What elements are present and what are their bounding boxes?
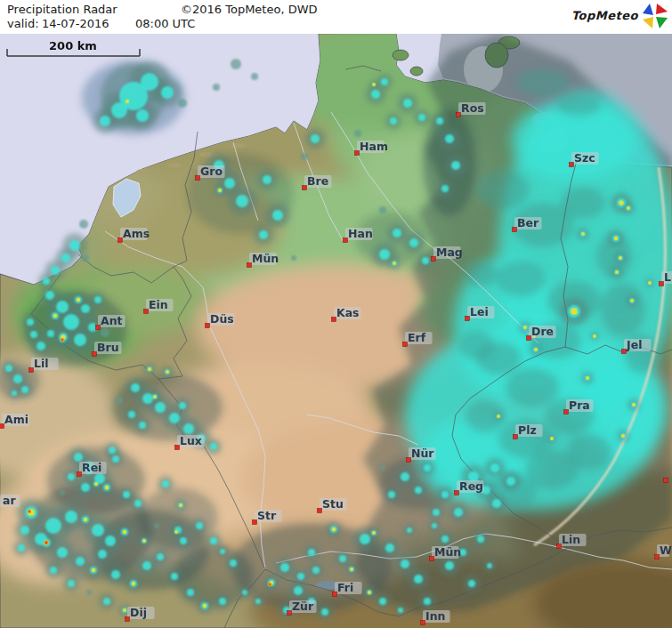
city-marker: [118, 238, 123, 243]
city-name: Kas: [336, 306, 360, 319]
city-marker: [514, 435, 518, 439]
city-label-mn-30: Mün: [430, 545, 462, 561]
city-name: Ros: [461, 101, 484, 115]
city-marker: [466, 317, 470, 321]
precipitation-radar-app: { "header": { "title": "Precipitation Ra…: [0, 0, 672, 628]
city-marker: [77, 472, 82, 477]
island: [410, 67, 423, 76]
city-marker: [430, 557, 434, 561]
city-label-inn-34: Inn: [421, 609, 450, 625]
copyright-text: ©2016 TopMeteo, DWD: [181, 3, 318, 16]
city-name: Reg: [459, 479, 483, 493]
city-name: Jel: [626, 338, 642, 351]
city-marker: [175, 446, 180, 450]
city-label-ami-22: Ami: [0, 413, 29, 429]
city-name: W: [660, 543, 672, 557]
city-marker: [0, 424, 4, 429]
city-label-stu-28: Stu: [318, 497, 347, 513]
city-name: Lei: [470, 305, 489, 318]
header: Precipitation Radar ©2016 TopMeteo, DWD …: [0, 0, 672, 34]
cell-red-core: [45, 542, 48, 544]
city-label-plz-21: Plz: [514, 423, 543, 439]
city-label-ham-1: Ham: [355, 140, 388, 156]
frisian-island: [136, 169, 149, 174]
valid-time: 08:00 UTC: [135, 17, 195, 30]
city-marker: [655, 555, 660, 560]
city-marker: [432, 257, 436, 262]
city-marker: [564, 410, 569, 415]
radar-map-container: 200 kmRosHamGroBreAmsHanMünMagBerSzcEinD…: [0, 34, 672, 628]
topmeteo-pinwheel-icon: [642, 3, 668, 29]
city-marker: [527, 336, 531, 341]
page-title: Precipitation Radar: [7, 3, 117, 16]
city-name: Ant: [101, 314, 123, 327]
city-name: Szc: [574, 151, 595, 165]
city-label-erf-17: Erf: [403, 331, 433, 347]
city-marker: [660, 282, 664, 286]
city-name: Pra: [569, 399, 590, 412]
city-name: ar: [3, 494, 16, 507]
city-label-lil-14: Lil: [29, 357, 59, 373]
city-label-ein-10: Ein: [144, 298, 174, 314]
city-marker: [125, 617, 130, 622]
city-name: Stu: [322, 497, 344, 511]
city-marker: [144, 310, 149, 314]
city-label-lux-23: Lux: [175, 434, 205, 450]
city-label-gro-2: Gro: [196, 165, 225, 181]
city-label-lei-16: Lei: [466, 305, 495, 321]
city-name: Han: [348, 227, 373, 240]
city-label-ar-p0: ar: [0, 494, 20, 507]
island: [393, 50, 409, 60]
radar-map: 200 kmRosHamGroBreAmsHanMünMagBerSzcEinD…: [0, 34, 672, 628]
city-label-dij-32: Dij: [125, 606, 155, 622]
city-marker: [421, 621, 425, 625]
city-label-nr-25: Nür: [407, 447, 436, 463]
city-name: L: [664, 270, 671, 284]
city-label-mag-7: Mag: [432, 246, 463, 262]
city-name: Ams: [123, 227, 150, 240]
city-marker: [332, 318, 336, 322]
city-name: Rei: [82, 461, 101, 474]
city-marker: [247, 263, 252, 268]
cell-red-core: [61, 339, 63, 341]
city-name: Gro: [200, 165, 223, 178]
city-marker: [513, 228, 517, 232]
city-name: Ber: [517, 216, 539, 229]
city-name: Lux: [180, 434, 202, 447]
city-marker: [457, 113, 461, 117]
city-name: Mag: [436, 246, 463, 259]
city-marker: [455, 491, 459, 495]
city-name: Str: [257, 509, 277, 522]
city-marker: [570, 163, 574, 167]
city-label-kas-15: Kas: [332, 306, 361, 322]
city-marker: [287, 611, 292, 616]
valid-label: valid:: [7, 17, 39, 30]
city-label-ros-0: Ros: [457, 101, 486, 117]
city-marker: [318, 509, 322, 513]
city-name: Inn: [425, 609, 445, 623]
scale-bar-label: 200 km: [49, 39, 97, 52]
city-marker: [96, 326, 101, 330]
city-marker: [303, 186, 307, 190]
city-marker: [664, 479, 668, 483]
city-name: Plz: [518, 423, 537, 437]
city-name: Düs: [210, 312, 234, 326]
city-marker: [196, 176, 200, 181]
cell-red-core: [28, 511, 30, 512]
city-marker: [344, 238, 348, 243]
city-marker: [206, 324, 210, 328]
topmeteo-logo-text: TopMeteo: [571, 9, 638, 22]
city-label-reg-26: Reg: [455, 479, 484, 495]
city-name: Mün: [434, 545, 461, 559]
city-name: Ami: [4, 413, 28, 426]
city-label-lin-29: Lin: [557, 533, 587, 549]
city-label-han-5: Han: [344, 227, 373, 243]
frisian-island: [167, 163, 182, 168]
city-label-fri-31: Fri: [333, 581, 362, 597]
city-name: Lin: [562, 533, 580, 546]
city-label-str-27: Str: [253, 509, 282, 525]
city-label-jel-19: Jel: [622, 338, 652, 354]
city-name: Fri: [337, 581, 353, 594]
city-name: Bru: [97, 341, 119, 354]
city-marker: [355, 151, 360, 156]
